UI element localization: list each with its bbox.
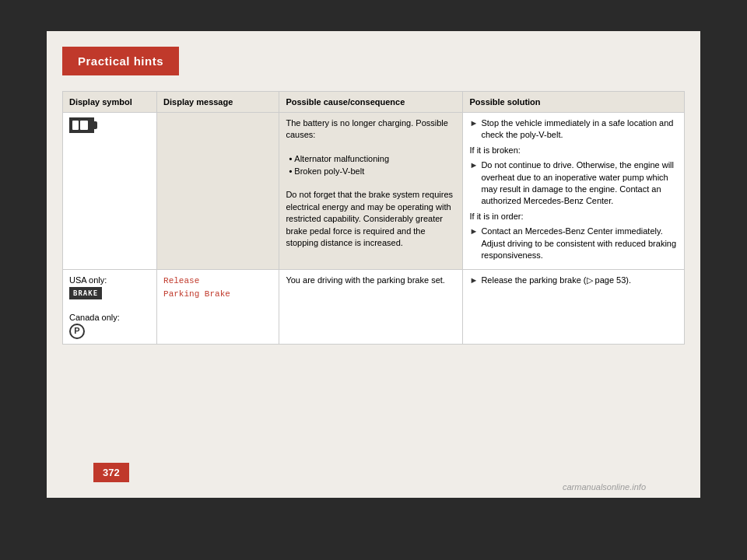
release-text-line2: Parking Brake [163,289,230,299]
message-cell-brake: Release Parking Brake [157,270,279,345]
canada-label: Canada only: [69,313,120,322]
solution-text-1: Stop the vehicle immediately in a safe l… [481,117,678,142]
watermark: carmanualsonline.info [563,482,646,492]
header-bar: Practical hints [62,47,179,75]
brake-cause-text: You are driving with the parking brake s… [286,275,444,285]
cause-footer: Do not forget that the brake system requ… [286,189,456,249]
svg-rect-3 [80,121,88,130]
solution-item-brake: ► Release the parking brake (▷ page 53). [469,275,678,286]
table-container: Display symbol Display message Possible … [62,91,685,345]
svg-rect-1 [89,122,93,128]
symbol-cell-brake: USA only: BRAKE Canada only: P [63,270,157,345]
header-solution: Possible solution [463,92,685,113]
svg-rect-2 [72,121,79,130]
table-row-brake: USA only: BRAKE Canada only: P Release P… [63,270,685,345]
brake-solution-text: Release the parking brake (▷ page 53). [481,275,631,286]
arrow-icon-brake: ► [469,275,478,286]
cause-bullet-1: Alternator malfunctioning [289,153,456,165]
table-header-row: Display symbol Display message Possible … [63,92,685,113]
solution-item-3: ► Contact an Mercedes-Benz Center immedi… [469,226,678,261]
cause-cell-battery: The battery is no longer charging. Possi… [279,113,463,270]
page-title: Practical hints [78,54,163,68]
arrow-icon-3: ► [469,226,478,261]
cause-bullet-2: Broken poly-V-belt [289,166,456,177]
solution-text-2: Do not continue to drive. Otherwise, the… [481,159,678,208]
cause-intro: The battery is no longer charging. Possi… [286,117,456,142]
cause-bullets: Alternator malfunctioning Broken poly-V-… [286,153,456,177]
page-content: Practical hints Display symbol Display m… [47,31,700,498]
if-order-label: If it is in order: [469,211,678,222]
brake-label-icon: BRAKE [69,287,102,300]
message-cell-battery [157,113,279,270]
main-table: Display symbol Display message Possible … [62,91,685,345]
solution-cell-brake: ► Release the parking brake (▷ page 53). [463,270,685,345]
if-broken-label: If it is broken: [469,145,678,156]
cause-cell-brake: You are driving with the parking brake s… [279,270,463,345]
table-row: The battery is no longer charging. Possi… [63,113,685,270]
header-message: Display message [157,92,279,113]
arrow-icon-2: ► [469,159,478,208]
header-symbol: Display symbol [63,92,157,113]
solution-item-2: ► Do not continue to drive. Otherwise, t… [469,159,678,208]
usa-label: USA only: [69,275,107,285]
battery-icon [69,117,94,133]
solution-cell-battery: ► Stop the vehicle immediately in a safe… [463,113,685,270]
solution-text-3: Contact an Mercedes-Benz Center immediat… [481,226,678,261]
arrow-icon-1: ► [469,117,478,142]
p-circle-icon: P [69,324,85,339]
header-cause: Possible cause/consequence [279,92,463,113]
symbol-cell-battery [63,113,157,270]
solution-item-1: ► Stop the vehicle immediately in a safe… [469,117,678,142]
release-text-line1: Release [163,276,199,285]
page-number: 372 [93,463,129,482]
